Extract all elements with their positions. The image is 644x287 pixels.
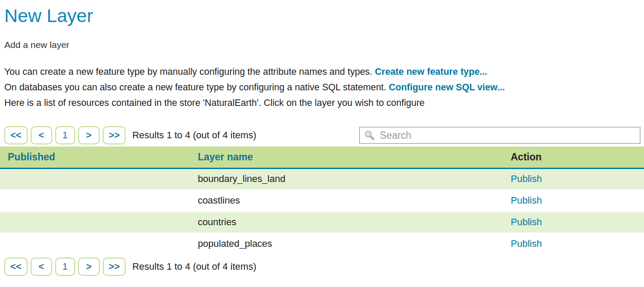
top-pager-next-button[interactable]: >	[78, 126, 100, 144]
layers-table-body: boundary_lines_land Publish coastlines P…	[0, 168, 644, 255]
new-layer-page: New Layer Add a new layer You can create…	[0, 4, 644, 287]
intro-line-3-text: Here is a list of resources contained in…	[4, 98, 425, 108]
top-pager-first-button[interactable]: <<	[4, 126, 28, 144]
bottom-pager-results-text: Results 1 to 4 (out of 4 items)	[132, 261, 256, 272]
layer-name-cell: countries	[190, 211, 503, 233]
table-row: boundary_lines_land Publish	[0, 168, 644, 190]
header-row: Published Layer name Action	[0, 147, 644, 168]
search-box	[359, 127, 641, 144]
bottom-pager-prev-button[interactable]: <	[31, 258, 52, 276]
layer-name-cell: boundary_lines_land	[190, 168, 503, 190]
top-pager-prev-button[interactable]: <	[31, 126, 52, 144]
top-pager-last-button[interactable]: >>	[103, 126, 126, 144]
published-cell	[0, 190, 190, 211]
intro-line-1-text: You can create a new feature type by man…	[4, 67, 373, 77]
intro-text: You can create a new feature type by man…	[4, 64, 644, 111]
action-cell: Publish	[503, 168, 644, 190]
column-header-layer-name-cell: Layer name	[190, 147, 503, 168]
intro-line-2: On databases you can also create a new f…	[4, 80, 644, 95]
table-row: countries Publish	[0, 211, 644, 233]
column-header-published[interactable]: Published	[8, 151, 55, 163]
column-header-layer-name[interactable]: Layer name	[198, 151, 253, 163]
table-row: coastlines Publish	[0, 190, 644, 211]
publish-link[interactable]: Publish	[511, 195, 542, 206]
layers-table-header: Published Layer name Action	[0, 147, 644, 168]
top-pager-results-text: Results 1 to 4 (out of 4 items)	[132, 130, 256, 141]
page-subtitle: Add a new layer	[4, 40, 644, 50]
search-input[interactable]	[359, 127, 641, 144]
publish-link[interactable]: Publish	[511, 173, 542, 184]
intro-line-1: You can create a new feature type by man…	[4, 64, 644, 80]
column-header-action: Action	[503, 147, 644, 168]
bottom-pager-first-button[interactable]: <<	[4, 258, 28, 276]
layer-name-cell: populated_places	[190, 233, 503, 255]
action-cell: Publish	[503, 233, 644, 255]
published-cell	[0, 233, 190, 255]
top-pager-page-1-button[interactable]: 1	[55, 126, 75, 144]
configure-sql-view-link[interactable]: Configure new SQL view...	[389, 82, 505, 92]
action-cell: Publish	[503, 190, 644, 211]
page-title: New Layer	[4, 4, 644, 27]
action-cell: Publish	[503, 211, 644, 233]
table-row: populated_places Publish	[0, 233, 644, 255]
intro-line-3: Here is a list of resources contained in…	[4, 95, 644, 111]
layer-name-cell: coastlines	[190, 190, 503, 211]
bottom-pager-last-button[interactable]: >>	[103, 258, 126, 276]
column-header-published-cell: Published	[0, 147, 190, 168]
publish-link[interactable]: Publish	[511, 217, 542, 227]
layers-table: Published Layer name Action boundary_lin…	[0, 147, 644, 255]
intro-line-2-text: On databases you can also create a new f…	[4, 82, 386, 92]
bottom-pager-next-button[interactable]: >	[78, 258, 100, 276]
create-feature-type-link[interactable]: Create new feature type...	[375, 67, 487, 77]
top-pager: << < 1 > >> Results 1 to 4 (out of 4 ite…	[4, 126, 641, 144]
bottom-pager: << < 1 > >> Results 1 to 4 (out of 4 ite…	[4, 258, 641, 276]
published-cell	[0, 211, 190, 233]
publish-link[interactable]: Publish	[511, 238, 542, 249]
published-cell	[0, 168, 190, 190]
bottom-pager-page-1-button[interactable]: 1	[55, 258, 75, 276]
